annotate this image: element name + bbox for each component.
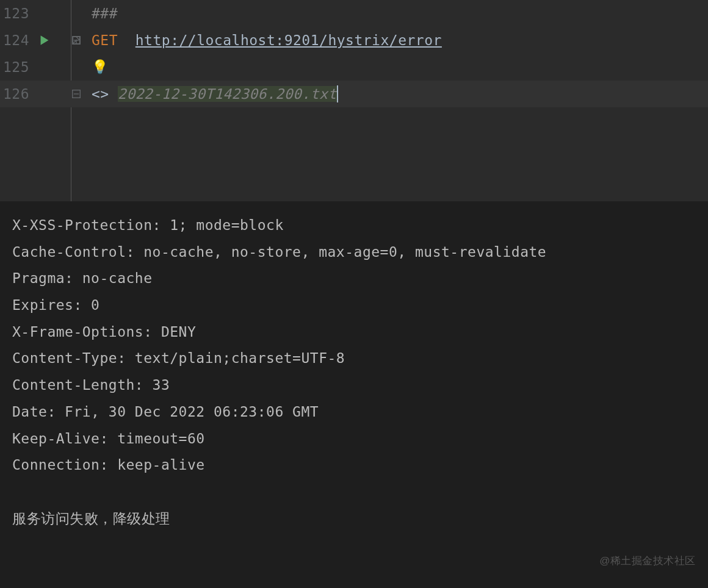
gutter: 125 (0, 59, 70, 75)
response-header: Cache-Control: no-cache, no-store, max-a… (12, 239, 696, 266)
run-request-icon[interactable] (32, 35, 57, 46)
line-number: 124 (3, 32, 32, 48)
request-separator: ### (92, 5, 118, 21)
gutter: 123 (0, 5, 70, 21)
watermark: @稀土掘金技术社区 (599, 551, 696, 571)
response-header: Expires: 0 (12, 292, 696, 319)
line-number: 126 (3, 86, 32, 102)
response-marker: <> (92, 86, 109, 102)
gutter: 124 (0, 32, 70, 48)
intention-bulb-icon[interactable]: 💡 (92, 60, 109, 74)
http-method: GET (92, 32, 118, 48)
fold-icon[interactable] (70, 36, 82, 45)
code-line[interactable]: 126 <> 2022-12-30T142306.200.txt (0, 81, 708, 107)
response-header: Content-Type: text/plain;charset=UTF-8 (12, 345, 696, 372)
gutter: 126 (0, 86, 70, 102)
line-number: 123 (3, 5, 32, 21)
code-line[interactable]: 123 ### (0, 0, 708, 27)
code-content[interactable]: <> 2022-12-30T142306.200.txt (82, 81, 338, 107)
response-file-link[interactable]: 2022-12-30T142306.200.txt (118, 86, 337, 102)
response-header: Content-Length: 33 (12, 372, 696, 399)
editor-pane[interactable]: 123 ### 124 GET http://localhost:9201/hy… (0, 0, 708, 201)
code-line[interactable]: 124 GET http://localhost:9201/hystrix/er… (0, 27, 708, 54)
response-header: X-XSS-Protection: 1; mode=block (12, 212, 696, 239)
blank-line (12, 479, 696, 506)
response-header: Connection: keep-alive (12, 452, 696, 479)
code-content[interactable]: GET http://localhost:9201/hystrix/error (82, 27, 442, 54)
response-header: Pragma: no-cache (12, 265, 696, 292)
code-content[interactable]: 💡 (82, 54, 109, 81)
code-line[interactable]: 125 💡 (0, 54, 708, 81)
request-url[interactable]: http://localhost:9201/hystrix/error (135, 32, 442, 48)
response-body: 服务访问失败，降级处理 (12, 506, 696, 532)
line-number: 125 (3, 59, 32, 75)
response-header: Keep-Alive: timeout=60 (12, 426, 696, 453)
editor-cursor (337, 85, 338, 102)
fold-end-icon[interactable] (70, 90, 82, 98)
response-header: Date: Fri, 30 Dec 2022 06:23:06 GMT (12, 399, 696, 426)
code-content[interactable]: ### (82, 0, 118, 27)
response-pane[interactable]: X-XSS-Protection: 1; mode=block Cache-Co… (0, 201, 708, 588)
response-header: X-Frame-Options: DENY (12, 319, 696, 346)
